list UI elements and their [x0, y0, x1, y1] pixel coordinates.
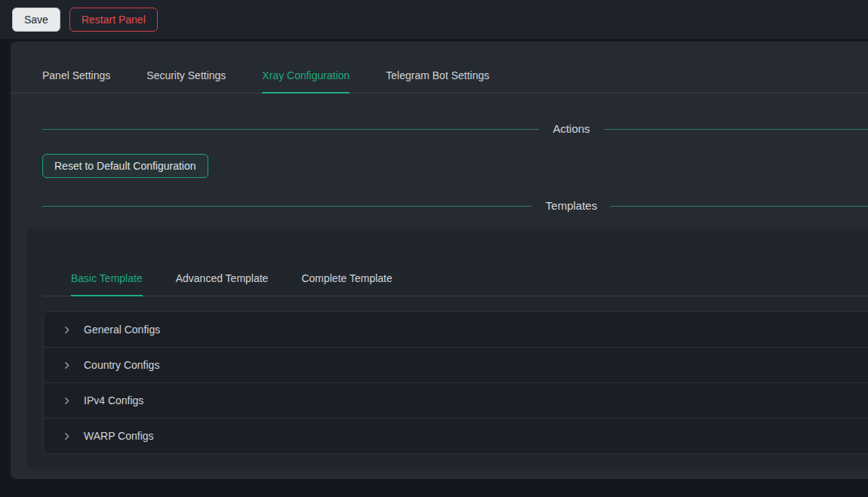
actions-divider: Actions: [42, 121, 868, 137]
settings-card: Panel Settings Security Settings Xray Co…: [11, 41, 868, 479]
collapse-row-country-configs[interactable]: Country Configs: [44, 348, 868, 383]
divider-line-left: [42, 206, 532, 207]
chevron-right-icon: [61, 395, 72, 406]
templates-card: Basic Template Advanced Template Complet…: [27, 228, 868, 469]
top-toolbar: Save Restart Panel: [0, 0, 868, 39]
tab-telegram-bot-settings[interactable]: Telegram Bot Settings: [386, 58, 489, 93]
divider-line-right: [604, 129, 868, 130]
templates-divider: Templates: [42, 198, 868, 214]
settings-tabbar: Panel Settings Security Settings Xray Co…: [11, 41, 868, 94]
collapse-row-label: Country Configs: [84, 357, 159, 373]
restart-panel-button[interactable]: Restart Panel: [69, 8, 158, 32]
tab-complete-template[interactable]: Complete Template: [301, 261, 392, 296]
actions-divider-label: Actions: [539, 121, 603, 137]
tab-xray-configuration[interactable]: Xray Configuration: [262, 58, 349, 93]
xray-configuration-panel: Actions Reset to Default Configuration T…: [11, 121, 868, 469]
chevron-right-icon: [61, 360, 72, 370]
template-tabbar: Basic Template Advanced Template Complet…: [43, 261, 868, 296]
reset-default-configuration-button[interactable]: Reset to Default Configuration: [42, 154, 208, 178]
collapse-row-label: WARP Configs: [84, 428, 154, 444]
collapse-row-label: General Configs: [84, 321, 160, 338]
templates-divider-label: Templates: [532, 198, 611, 214]
tab-security-settings[interactable]: Security Settings: [146, 58, 226, 93]
chevron-right-icon: [61, 431, 72, 441]
chevron-right-icon: [61, 324, 72, 335]
collapse-row-general-configs[interactable]: General Configs: [44, 312, 868, 348]
save-button[interactable]: Save: [12, 8, 60, 32]
collapse-row-warp-configs[interactable]: WARP Configs: [44, 419, 868, 453]
tab-panel-settings[interactable]: Panel Settings: [42, 58, 110, 93]
divider-line-left: [42, 129, 539, 130]
collapse-row-ipv4-configs[interactable]: IPv4 Configs: [44, 383, 868, 419]
config-collapse-list: General Configs Country Configs IPv4 Con…: [43, 311, 868, 454]
collapse-row-label: IPv4 Configs: [84, 392, 143, 409]
tab-advanced-template[interactable]: Advanced Template: [176, 261, 269, 296]
divider-line-right: [611, 206, 868, 207]
tab-basic-template[interactable]: Basic Template: [71, 261, 143, 296]
